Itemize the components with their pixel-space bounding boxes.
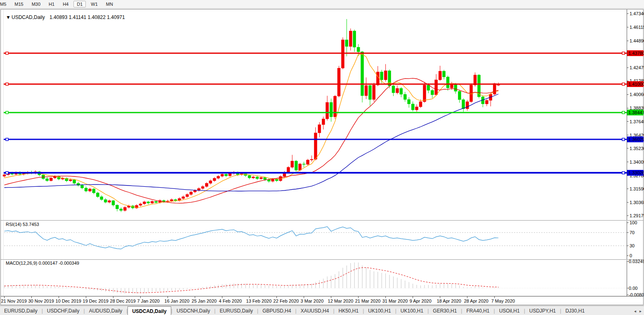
svg-text:1.42475: 1.42475 [630,65,644,70]
chart-title: ▼ USDCAD,Daily 1.40893 1.41141 1.40822 1… [6,14,125,20]
svg-text:30 Nov 2019: 30 Nov 2019 [28,299,54,303]
svg-text:1.33026: 1.33026 [628,170,644,175]
period-button-m15[interactable]: M15 [11,1,26,7]
svg-text:0.00: 0.00 [629,286,637,291]
tab-eurusd-daily[interactable]: EURUSD,Daily [215,306,257,315]
svg-text:21 Mar 2020: 21 Mar 2020 [355,299,381,303]
period-toolbar: M5M15M30H1H4D1W1MN [0,0,644,9]
svg-text:7 Jan 2020: 7 Jan 2020 [137,299,160,303]
svg-text:1.44890: 1.44890 [630,38,644,43]
svg-text:100: 100 [630,220,637,225]
chart-window: 1.473401.461151.448901.424751.412851.400… [0,9,644,306]
svg-text:10 Dec 2019: 10 Dec 2019 [56,299,81,303]
svg-text:1.31590: 1.31590 [630,186,644,191]
tab-usdjpy-h1[interactable]: USDJPY,H1 [525,306,560,315]
hline-handle[interactable] [622,83,625,85]
chart-title-ohlc: 1.40893 1.41141 1.40822 1.40971 [50,14,125,20]
svg-text:16 Jan 2020: 16 Jan 2020 [165,299,190,303]
svg-text:3 Mar 2020: 3 Mar 2020 [301,299,324,303]
rsi-title: RSI(14) 53.7453 [6,222,39,227]
tab-fra40-h1[interactable]: FRA40,H1 [462,306,493,315]
period-button-mn[interactable]: MN [103,1,116,7]
svg-text:1.47340: 1.47340 [630,11,644,16]
chart-tab-bar: EURUSD,Daily|USDCHF,Daily|AUDUSD,Daily|U… [0,306,644,315]
svg-text:1.41000: 1.41000 [628,82,644,87]
hline-handle[interactable] [6,172,8,174]
hline-handle[interactable] [6,111,8,114]
tab-uk100-h1[interactable]: UK100,H1 [396,306,427,315]
period-button-m5[interactable]: M5 [0,1,9,7]
tab-scroll-left-icon[interactable]: ◂ [634,309,636,313]
svg-text:4 Feb 2020: 4 Feb 2020 [219,299,242,303]
svg-text:70: 70 [630,230,635,235]
period-button-m30[interactable]: M30 [28,1,44,7]
price-badge-1-38447: 1.38447 [627,110,644,115]
price-badge-1-33026: 1.33026 [627,170,644,176]
period-button-h1[interactable]: H1 [45,1,58,7]
tab-gbpusd-h4[interactable]: GBPUSD,H4 [258,306,295,315]
collapse-triangle-icon[interactable]: ▼ [6,14,11,20]
hline-handle[interactable] [622,52,625,54]
tab-uk100-h1[interactable]: UK100,H1 [364,306,395,315]
svg-text:28 Dec 2019: 28 Dec 2019 [110,299,136,303]
hline-handle[interactable] [622,111,625,114]
svg-text:1.30365: 1.30365 [630,200,644,205]
svg-text:1.34005: 1.34005 [630,160,644,165]
svg-text:7 May 2020: 7 May 2020 [491,299,515,303]
tab-eurusd-daily[interactable]: EURUSD,Daily [0,306,42,315]
svg-text:31 Mar 2020: 31 Mar 2020 [382,299,408,303]
svg-text:25 Jan 2020: 25 Jan 2020 [192,299,217,303]
svg-text:-0.00808: -0.00808 [629,292,644,297]
svg-text:22 Feb 2020: 22 Feb 2020 [274,299,299,303]
svg-text:12 Mar 2020: 12 Mar 2020 [328,299,354,303]
period-button-w1[interactable]: W1 [87,1,101,7]
tab-hk50-h1[interactable]: HK50,H1 [335,306,363,315]
svg-text:1.43780: 1.43780 [628,51,644,56]
tab-ger30-h1[interactable]: GER30,H1 [429,306,461,315]
svg-text:1.36029: 1.36029 [628,137,644,142]
svg-text:1.37645: 1.37645 [630,119,644,124]
tab-usoil-h1[interactable]: USOil,H1 [495,306,524,315]
tab-audusd-daily[interactable]: AUDUSD,Daily [85,306,127,315]
price-badge-1-36029: 1.36029 [627,136,644,142]
svg-text:1.46115: 1.46115 [630,25,644,30]
hline-handle[interactable] [622,172,625,174]
period-button-d1[interactable]: D1 [73,1,86,7]
svg-text:9 Apr 2020: 9 Apr 2020 [410,299,432,303]
price-badge-1-43780: 1.43780 [627,50,644,56]
svg-text:21 Nov 2019: 21 Nov 2019 [1,299,27,303]
hline-handle[interactable] [6,138,8,141]
hline-handle[interactable] [6,52,8,54]
tab-usdcnh-daily[interactable]: USDCNH,Daily [172,306,214,315]
tab-scroll-right-icon[interactable]: ▸ [639,309,642,313]
svg-text:0.032493: 0.032493 [629,259,644,264]
svg-text:USDCAD,Daily 1.40893 1: USDCAD,Daily 1.40893 1.41141 1.40822 1.4… [12,14,125,20]
tab-xauusd-h4[interactable]: XAUUSD,H4 [297,306,333,315]
svg-text:28 Apr 2020: 28 Apr 2020 [464,299,488,303]
svg-text:30: 30 [630,243,635,248]
svg-text:1.35230: 1.35230 [630,146,644,151]
period-button-h4[interactable]: H4 [59,1,72,7]
macd-title: MACD(12,26,9) 0.000147 -0.000349 [6,261,79,266]
tab-usdchf-daily[interactable]: USDCHF,Daily [43,306,84,315]
price-badge-1-41000: 1.41000 [627,81,644,87]
svg-text:1.40060: 1.40060 [630,92,644,97]
svg-text:18 Apr 2020: 18 Apr 2020 [437,299,461,303]
tab-scroll-arrows: ◂ ▸ [634,306,642,315]
svg-text:19 Dec 2019: 19 Dec 2019 [83,299,109,303]
svg-text:13 Feb 2020: 13 Feb 2020 [246,299,272,303]
tab-dj30-h1[interactable]: DJ30,H1 [561,306,589,315]
svg-text:0: 0 [630,253,632,258]
hline-handle[interactable] [622,138,625,141]
chart-title-symbol: USDCAD,Daily [12,14,45,20]
hline-handle[interactable] [6,83,8,85]
svg-text:1.38447: 1.38447 [628,110,644,115]
tab-usdcad-daily[interactable]: USDCAD,Daily [127,306,171,315]
svg-text:1.29175: 1.29175 [630,213,644,218]
